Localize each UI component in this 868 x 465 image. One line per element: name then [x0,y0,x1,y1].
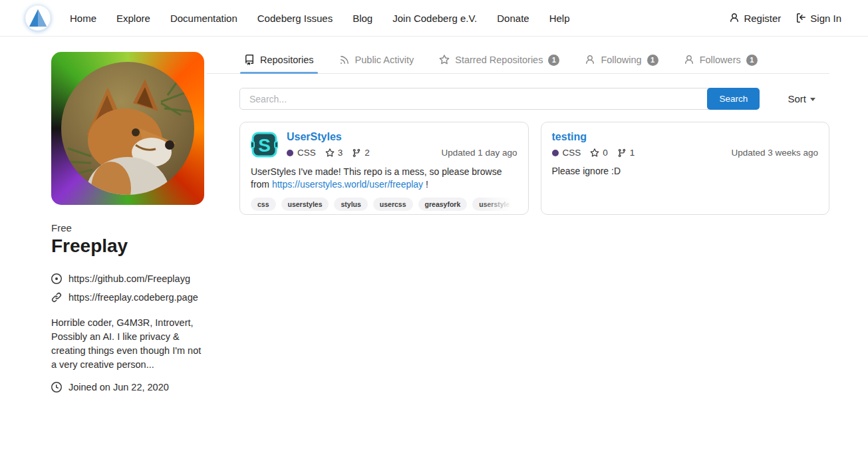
tab-starred-repositories[interactable]: Starred Repositories 1 [435,47,563,73]
tab-label: Following [601,55,641,65]
profile-username: Freeplay [51,235,204,257]
repo-name-link[interactable]: testing [552,131,587,143]
nav-item-documentation[interactable]: Documentation [170,13,237,24]
repo-forks[interactable]: 2 [352,148,370,158]
sign-in-label: Sign In [810,13,841,24]
repo-icon [244,55,255,65]
star-icon [439,55,450,65]
nav-item-help[interactable]: Help [549,13,570,24]
profile-location: https://github.com/Freeplayg [69,273,190,284]
svg-text:S: S [258,135,271,156]
avatar-fox-photo [61,62,194,195]
profile-website-row: https://freeplay.codeberg.page [51,292,204,303]
topic-tag[interactable]: css [251,198,276,211]
nav-item-home[interactable]: Home [70,13,96,24]
fork-count: 1 [630,148,635,158]
profile-sidebar: Free Freeplay https://github.com/Freepla… [51,37,204,392]
nav-right: Register Sign In [729,13,841,24]
link-icon [51,292,62,303]
repo-avatar: S [251,131,278,158]
sign-in-icon [796,13,806,23]
repo-stars[interactable]: 0 [590,148,608,158]
tab-label: Repositories [260,55,314,65]
repo-language: CSS [297,148,316,158]
avatar [51,52,204,205]
register-label: Register [744,13,781,24]
nav-item-codeberg-issues[interactable]: Codeberg Issues [257,13,333,24]
topic-tag[interactable]: userstyles [281,198,329,211]
profile-website-link[interactable]: https://freeplay.codeberg.page [69,292,198,303]
tab-count-badge: 1 [647,55,658,66]
topic-tag[interactable]: greasyfork [418,198,468,211]
star-icon [590,148,599,158]
fork-count: 2 [364,148,370,158]
profile-bio: Horrible coder, G4M3R, Introvert, Possib… [51,316,204,372]
repo-search-row: Search Sort [239,88,829,110]
star-count: 0 [603,148,608,158]
profile-location-row: https://github.com/Freeplayg [51,273,204,284]
tab-label: Public Activity [355,55,414,65]
sign-in-button[interactable]: Sign In [796,13,841,24]
tab-count-badge: 1 [548,55,559,66]
main-panel: Repositories Public Activity Starred Rep… [207,37,829,392]
repo-card-testing: testing CSS 0 1 Updated 3 weeks ago [541,122,830,215]
rss-icon [339,55,350,65]
tab-repositories[interactable]: Repositories [240,47,318,73]
person-icon [729,13,740,23]
clock-icon [51,382,62,392]
repo-updated: Updated 1 day ago [441,148,517,158]
nav-links: Home Explore Documentation Codeberg Issu… [70,13,570,24]
star-count: 3 [338,148,343,158]
tab-label: Followers [700,55,741,65]
profile-joined-date: Joined on Jun 22, 2020 [69,382,169,392]
tab-followers[interactable]: Followers 1 [680,47,762,73]
sort-label: Sort [788,93,806,104]
description-link[interactable]: https://userstyles.world/user/freeplay [272,179,423,190]
nav-item-join-codeberg[interactable]: Join Codeberg e.V. [392,13,477,24]
repo-description: Please ignore :D [552,165,819,178]
topic-tag[interactable]: userstyle [472,198,516,211]
search-group: Search [239,88,760,110]
profile-joined-row: Joined on Jun 22, 2020 [51,382,204,392]
codeberg-logo-icon[interactable] [25,5,51,31]
profile-tabs: Repositories Public Activity Starred Rep… [207,47,829,74]
caret-down-icon [810,98,815,101]
repo-list: S UserStyles CSS 3 [239,122,829,215]
repo-card-userstyles: S UserStyles CSS 3 [239,122,529,215]
topic-tag[interactable]: usercss [373,198,413,211]
tab-label: Starred Repositories [455,55,543,65]
profile-display-name: Free [51,222,204,233]
git-branch-icon [352,148,361,158]
sort-dropdown[interactable]: Sort [788,93,815,104]
repo-stars[interactable]: 3 [325,148,343,158]
language-dot [552,150,559,156]
repo-name-link[interactable]: UserStyles [287,131,342,143]
topic-tag[interactable]: stylus [334,198,367,211]
nav-item-explore[interactable]: Explore [116,13,150,24]
page-content: Free Freeplay https://github.com/Freepla… [0,37,868,392]
repo-language: CSS [563,148,581,158]
person-icon [684,55,694,65]
tab-count-badge: 1 [746,55,758,66]
register-button[interactable]: Register [729,13,781,24]
repo-forks[interactable]: 1 [617,148,635,158]
dot-in-circle-icon [51,273,62,284]
git-branch-icon [617,148,627,158]
tab-following[interactable]: Following 1 [581,47,662,73]
search-button[interactable]: Search [707,88,760,110]
search-input[interactable] [240,88,708,109]
language-dot [287,150,293,156]
tab-public-activity[interactable]: Public Activity [335,47,418,73]
star-icon [325,148,335,158]
person-icon [585,55,595,65]
repo-description: UserStyles I've made! This repo is a mes… [251,166,517,190]
nav-item-blog[interactable]: Blog [353,13,372,24]
repo-topics: css userstyles stylus usercss greasyfork… [251,198,517,211]
navbar: Home Explore Documentation Codeberg Issu… [0,0,868,37]
repo-updated: Updated 3 weeks ago [731,148,818,158]
nav-item-donate[interactable]: Donate [497,13,529,24]
